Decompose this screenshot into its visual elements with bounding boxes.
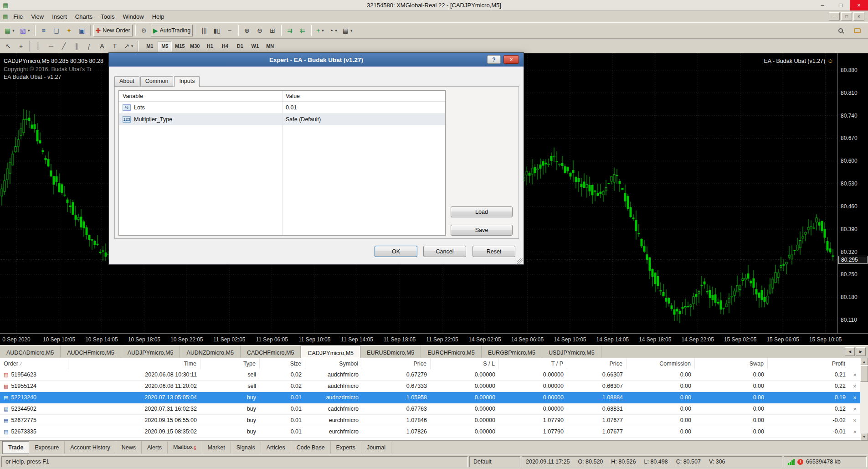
time-axis[interactable]: 0 Sep 202010 Sep 10:0510 Sep 14:0510 Sep… — [0, 333, 868, 345]
chart-tab-audjpymicro-m5[interactable]: AUDJPYmicro,M5 — [121, 345, 180, 358]
dialog-titlebar[interactable]: Expert - EA - Budak Ubat (v1.27) ? × — [109, 53, 524, 67]
column-header-size[interactable]: Size — [260, 358, 305, 369]
ok-button[interactable]: OK — [375, 246, 417, 257]
zoom-in-button[interactable]: ⊕ — [241, 25, 253, 36]
community-chat-button[interactable] — [851, 25, 863, 36]
close-position-button[interactable]: × — [849, 406, 860, 412]
terminal-tab-articles[interactable]: Articles — [261, 442, 291, 454]
trade-row-51954623[interactable]: ▤519546232020.06.08 10:30:11sell0.02audc… — [0, 369, 860, 381]
chart-bars-button[interactable]: ||| — [198, 25, 210, 36]
timeframe-mn[interactable]: MN — [263, 41, 277, 52]
terminal-tab-code-base[interactable]: Code Base — [291, 442, 331, 454]
terminal-tab-mailbox[interactable]: Mailbox6 — [168, 441, 202, 454]
status-profile[interactable]: Default — [469, 456, 520, 467]
fibonacci-button[interactable]: ƒ — [83, 40, 95, 52]
maximize-button[interactable]: □ — [832, 0, 850, 10]
column-header-type[interactable]: Type — [200, 358, 260, 369]
expert-advisors-button[interactable]: ⚙ — [138, 25, 150, 36]
trade-row-52344502[interactable]: ▤523445022020.07.31 16:02:32buy0.01cadch… — [0, 403, 860, 415]
column-header-s-l[interactable]: S / L — [431, 358, 499, 369]
terminal-tab-account-history[interactable]: Account History — [65, 442, 116, 454]
timeframe-d1[interactable]: D1 — [233, 41, 247, 52]
zoom-out-button[interactable]: ⊖ — [254, 25, 266, 36]
data-window-button[interactable]: ▢ — [51, 25, 62, 36]
price-axis[interactable]: 80.295 80.88080.81080.74080.67080.60080.… — [837, 53, 868, 333]
chart-tab-usdjpymicro-m5[interactable]: USDJPYmicro,M5 — [542, 345, 601, 358]
minimize-button[interactable]: – — [813, 0, 832, 10]
trade-row-52672775[interactable]: ▤526727752020.09.15 06:55:00buy0.01eurch… — [0, 415, 860, 426]
trendline-button[interactable]: ╱ — [58, 40, 70, 52]
scroll-down-button[interactable]: ▼ — [860, 433, 868, 440]
close-position-button[interactable]: × — [849, 383, 860, 390]
arrows-button[interactable]: ↗▾ — [122, 40, 135, 52]
terminal-tab-market[interactable]: Market — [202, 442, 231, 454]
trade-row-52213240[interactable]: ▤522132402020.07.13 05:05:04buy0.01audnz… — [0, 392, 860, 403]
save-button[interactable]: Save — [451, 225, 513, 236]
trade-row-52673335[interactable]: ▤526733352020.09.15 08:35:02buy0.01eurch… — [0, 426, 860, 438]
dialog-close-button[interactable]: × — [503, 55, 519, 64]
chart-tab-audchfmicro-m5[interactable]: AUDCHFmicro,M5 — [61, 345, 121, 358]
chart-tab-eurchfmicro-m5[interactable]: EURCHFmicro,M5 — [421, 345, 481, 358]
column-header-symbol[interactable]: Symbol — [305, 358, 362, 369]
terminal-tab-trade[interactable]: Trade — [2, 441, 29, 454]
close-position-button[interactable]: × — [849, 371, 860, 378]
periods-button[interactable]: ◔▾ — [327, 25, 339, 36]
menu-insert[interactable]: Insert — [48, 12, 71, 21]
chart-shift-button[interactable]: ⇇ — [297, 25, 308, 36]
new-chart-button[interactable]: ▦▾ — [2, 25, 17, 36]
new-order-button[interactable]: ✚New Order — [93, 25, 133, 36]
menu-file[interactable]: File — [9, 12, 27, 21]
resize-grip[interactable] — [517, 258, 523, 264]
reset-button[interactable]: Reset — [473, 246, 515, 257]
chart-tab-eurusdmicro-m5[interactable]: EURUSDmicro,M5 — [360, 345, 421, 358]
close-position-button[interactable]: × — [849, 394, 860, 401]
load-button[interactable]: Load — [451, 206, 513, 217]
menu-tools[interactable]: Tools — [97, 12, 118, 21]
vertical-line-button[interactable]: │ — [32, 40, 44, 52]
tab-scroll-right-button[interactable]: ▶ — [856, 347, 866, 356]
chart-tab-audcadmicro-m5[interactable]: AUDCADmicro,M5 — [0, 345, 61, 358]
indicators-button[interactable]: +▾ — [314, 25, 326, 36]
column-header-order[interactable]: Order∕ — [0, 358, 68, 369]
scrollbar-thumb[interactable] — [860, 366, 868, 382]
scroll-up-button[interactable]: ▲ — [860, 358, 868, 365]
menu-window[interactable]: Window — [118, 12, 148, 21]
mdi-close-button[interactable]: × — [853, 12, 864, 21]
chart-tab-cadchfmicro-m5[interactable]: CADCHFmicro,M5 — [241, 345, 301, 358]
dialog-tab-common[interactable]: Common — [140, 76, 174, 87]
chart-tab-eurgbpmicro-m5[interactable]: EURGBPmicro,M5 — [482, 345, 542, 358]
chart-candles-button[interactable]: ▮▯ — [211, 25, 223, 36]
auto-scroll-button[interactable]: ⇉ — [284, 25, 296, 36]
column-header-commission[interactable]: Commission — [627, 358, 695, 369]
column-header-swap[interactable]: Swap — [695, 358, 768, 369]
autotrading-button[interactable]: ▶AutoTrading — [151, 25, 193, 36]
templates-button[interactable]: ▤▾ — [340, 25, 355, 36]
timeframe-h4[interactable]: H4 — [218, 41, 232, 52]
value-cell[interactable]: Safe (Default) — [282, 113, 445, 125]
timeframe-m30[interactable]: M30 — [188, 41, 202, 52]
column-header-profit[interactable]: Profit — [768, 358, 849, 369]
terminal-tab-alerts[interactable]: Alerts — [142, 442, 168, 454]
timeframe-m5[interactable]: M5 — [158, 41, 172, 52]
terminal-tab-exposure[interactable]: Exposure — [29, 442, 65, 454]
timeframe-h1[interactable]: H1 — [203, 41, 217, 52]
column-header-time[interactable]: Time — [68, 358, 200, 369]
menu-view[interactable]: View — [27, 12, 48, 21]
mdi-restore-button[interactable]: □ — [841, 12, 852, 21]
search-button[interactable] — [835, 25, 847, 36]
cursor-button[interactable]: ↖ — [2, 40, 14, 52]
terminal-tab-signals[interactable]: Signals — [231, 442, 261, 454]
tile-windows-button[interactable]: ⊞ — [267, 25, 278, 36]
column-header-price[interactable]: Price — [567, 358, 627, 369]
close-button[interactable]: × — [850, 0, 868, 10]
chart-tab-audnzdmicro-m5[interactable]: AUDNZDmicro,M5 — [180, 345, 240, 358]
close-position-button[interactable]: × — [849, 417, 860, 424]
chart-line-button[interactable]: ~ — [224, 25, 236, 36]
menu-charts[interactable]: Charts — [71, 12, 97, 21]
text-button[interactable]: A — [96, 40, 108, 52]
mdi-minimize-button[interactable]: – — [829, 12, 840, 21]
trade-row-51955124[interactable]: ▤519551242020.06.08 11:20:02sell0.02audc… — [0, 381, 860, 392]
crosshair-button[interactable]: + — [15, 40, 27, 52]
timeframe-w1[interactable]: W1 — [248, 41, 262, 52]
dialog-tab-about[interactable]: About — [114, 76, 139, 87]
